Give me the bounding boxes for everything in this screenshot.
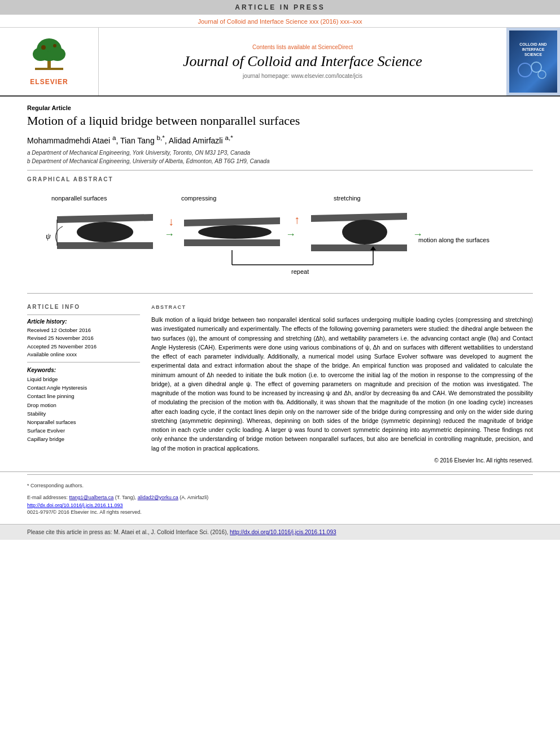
label-stretching: stretching [334, 195, 361, 202]
keyword-3: Contact line pinning [27, 392, 140, 400]
panel1-top-plate [57, 214, 153, 223]
svg-point-9 [538, 71, 546, 78]
doi-link[interactable]: http://dx.doi.org/10.1016/j.jcis.2016.11… [27, 503, 123, 508]
available-date: Available online xxxx [27, 351, 140, 359]
abstract-column: ABSTRACT Bulk motion of a liquid bridge … [151, 298, 533, 465]
history-label: Article history: [27, 318, 140, 325]
page: ARTICLE IN PRESS Journal of Colloid and … [0, 0, 560, 747]
sciencedirect-brand[interactable]: ScienceDirect [318, 44, 353, 50]
label-nonparallel: nonparallel surfaces [51, 195, 107, 202]
divider-after-affiliations [27, 170, 533, 171]
compress-right-arrow: → [164, 229, 174, 240]
affiliations: a Department of Mechanical Engineering, … [27, 148, 533, 165]
rights-line: 0021-9797/© 2016 Elsevier Inc. All right… [27, 509, 533, 515]
repeat-label: repeat [291, 268, 309, 275]
abstract-heading: ABSTRACT [151, 304, 533, 312]
elsevier-logo-area: ELSEVIER [0, 28, 99, 95]
corresponding-note: * Corresponding authors. [27, 482, 533, 490]
journal-title: Journal of Colloid and Interface Science [183, 53, 422, 70]
abstract-copyright: © 2016 Elsevier Inc. All rights reserved… [151, 456, 533, 465]
panel2-right-arrow: → [286, 229, 296, 240]
email1-link[interactable]: ttang1@ualberta.ca [69, 495, 114, 500]
two-column-layout: ARTICLE INFO Article history: Received 1… [27, 298, 533, 465]
cover-decoration [517, 59, 550, 81]
revised-date: Revised 25 November 2016 [27, 334, 140, 342]
email-line: E-mail addresses: ttang1@ualberta.ca (T.… [27, 493, 533, 501]
psi-label: ψ [46, 232, 51, 241]
citation-text: Please cite this article in press as: M.… [27, 529, 228, 535]
svg-point-2 [33, 47, 49, 61]
panel1-angle-arc [56, 226, 63, 242]
keyword-5: Stability [27, 409, 140, 418]
panel2-bridge [198, 225, 272, 239]
banner-text: ARTICLE IN PRESS [235, 3, 325, 11]
email-label-text: E-mail addresses: [27, 495, 68, 500]
article-body: Regular Article Motion of a liquid bridg… [0, 104, 560, 465]
panel3-bridge [342, 220, 387, 244]
journal-homepage: journal homepage: www.elsevier.com/locat… [243, 73, 362, 79]
citation-doi-link[interactable]: http://dx.doi.org/10.1016/j.jcis.2016.11… [230, 529, 336, 535]
sciencedirect-link: Contents lists available at ScienceDirec… [252, 44, 353, 50]
journal-masthead: ELSEVIER Contents lists available at Sci… [0, 28, 560, 97]
motion-label: motion along the surfaces [418, 237, 489, 243]
elsevier-wordmark: ELSEVIER [30, 78, 68, 86]
citation-bar: Please cite this article in press as: M.… [0, 524, 560, 540]
article-history-box: Article history: Received 12 October 201… [27, 314, 140, 362]
accepted-date: Accepted 25 November 2016 [27, 343, 140, 351]
panel2-top-plate [184, 217, 280, 226]
compress-arrow-icon: ↓ [168, 215, 174, 228]
svg-point-3 [50, 47, 65, 61]
doi-line: http://dx.doi.org/10.1016/j.jcis.2016.11… [27, 503, 533, 508]
email2-link[interactable]: alidad2@yorku.ca [138, 495, 178, 500]
email1-attribution: (T. Tang), [115, 495, 136, 500]
article-info-section: ARTICLE INFO Article history: Received 1… [27, 304, 140, 444]
footer-section: * Corresponding authors. E-mail addresse… [0, 471, 560, 515]
abstract-section: ABSTRACT Bulk motion of a liquid bridge … [151, 304, 533, 465]
article-in-press-banner: ARTICLE IN PRESS [0, 0, 560, 15]
abstract-text: Bulk motion of a liquid bridge between t… [151, 315, 533, 453]
keywords-label: Keywords: [27, 367, 140, 373]
article-type-label: Regular Article [27, 104, 533, 111]
keyword-4: Drop motion [27, 401, 140, 409]
graphical-abstract-heading: GRAPHICAL ABSTRACT [27, 176, 533, 182]
panel3-bottom-plate [311, 244, 407, 251]
keyword-1: Liquid bridge [27, 375, 140, 383]
article-info-heading: ARTICLE INFO [27, 304, 140, 310]
article-info-column: ARTICLE INFO Article history: Received 1… [27, 298, 140, 465]
keyword-7: Surface Evolver [27, 426, 140, 435]
sciencedirect-prefix: Contents lists available at [252, 44, 318, 50]
authors-line: Mohammadmehdi Ataei a, Tian Tang b,*, Al… [27, 134, 533, 145]
keyword-6: Nonparallel surfaces [27, 418, 140, 426]
keyword-2: Contact Angle Hysteresis [27, 383, 140, 392]
label-compressing: compressing [181, 195, 216, 202]
divider-after-abstract [27, 293, 533, 294]
svg-rect-4 [35, 68, 63, 70]
article-title: Motion of a liquid bridge between nonpar… [27, 113, 533, 128]
affiliation-b: b Department of Mechanical Engineering, … [27, 157, 533, 165]
stretch-arrow-icon: ↑ [294, 213, 300, 226]
cover-image-box: COLLOID ANDINTERFACESCIENCE [509, 30, 557, 93]
cover-image-text: COLLOID ANDINTERFACESCIENCE [515, 40, 552, 83]
email2-attribution: (A. Amirfazli) [180, 495, 208, 500]
keyword-8: Capillary bridge [27, 435, 140, 443]
received-date: Received 12 October 2016 [27, 326, 140, 334]
elsevier-logo-svg [12, 37, 86, 77]
svg-point-7 [518, 63, 532, 77]
journal-reference-link[interactable]: Journal of Colloid and Interface Science… [198, 18, 362, 25]
masthead-center: Contents lists available at ScienceDirec… [99, 28, 506, 95]
svg-point-5 [41, 45, 46, 50]
journal-cover-image: COLLOID ANDINTERFACESCIENCE [506, 28, 560, 95]
panel1-bridge [77, 222, 133, 242]
graphical-abstract-area: nonparallel surfaces compressing stretch… [27, 187, 533, 289]
keywords-box: Keywords: Liquid bridge Contact Angle Hy… [27, 367, 140, 444]
panel1-bottom-plate [57, 242, 153, 249]
journal-header-bar: Journal of Colloid and Interface Science… [0, 15, 560, 28]
graphical-abstract-svg: nonparallel surfaces compressing stretch… [34, 193, 526, 283]
panel2-bottom-plate [184, 239, 280, 246]
affiliation-a: a Department of Mechanical Engineering, … [27, 148, 533, 157]
svg-point-6 [53, 44, 56, 47]
